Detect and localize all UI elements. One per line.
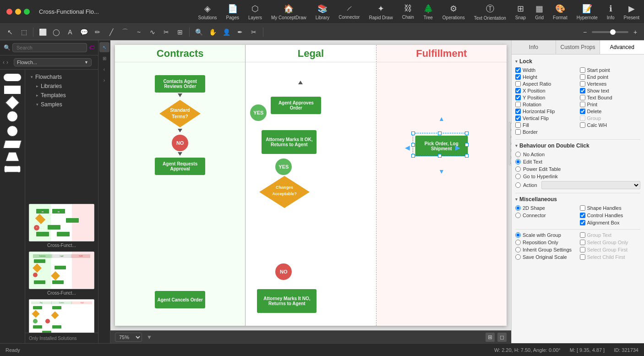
nav-info[interactable]: ℹ Info [602,0,619,23]
tree-item-templates[interactable]: ▸ Templates [25,91,98,100]
fit-view-btn[interactable]: ⊞ [486,333,495,342]
tab-custom-props[interactable]: Custom Props [556,40,600,54]
nav-connector[interactable]: ⟋ Connector [334,0,364,23]
pan-tool[interactable]: ✋ [206,26,219,38]
hyperlink-radio[interactable] [515,174,521,179]
zoom-slider[interactable] [592,31,628,33]
ribbon-shape[interactable] [2,165,22,173]
scale-with-group-radio[interactable] [515,232,521,238]
sidebar-dropdown[interactable]: Flowch... ▼ [14,58,92,66]
nav-hypernote[interactable]: 📝 Hypernote [572,0,602,23]
canvas-scroll-area[interactable]: Contracts Contacts Agent Reviews Order [110,40,511,330]
show-text-checkbox[interactable] [580,88,585,93]
scissor-tool[interactable]: ✂ [247,26,260,38]
no-action-radio[interactable] [515,152,521,157]
close-button[interactable] [6,9,12,15]
tree-item-libraries[interactable]: ▸ Libraries [25,82,98,91]
nav-rapiddraw[interactable]: ✦ Rapid Draw [364,0,397,23]
nav-myconceptdraw[interactable]: 🏠 My ConceptDraw [267,0,311,23]
side-tool-3[interactable]: ⬜ [510,137,511,143]
side-tool-5[interactable]: ↗ [510,151,511,157]
vertexes-checkbox[interactable] [580,81,585,87]
select-tool[interactable]: ↖ [4,26,16,38]
nav-textorientation[interactable]: Ⓣ Text Orientation [469,0,511,23]
nav-forward-icon[interactable]: › [6,59,8,66]
control-handles-checkbox[interactable] [580,213,585,218]
shape-attorney-ok[interactable]: Attorney Marks It OK, Returns to Agent [262,130,317,154]
maximize-button[interactable] [24,9,30,15]
print-checkbox[interactable] [580,102,585,107]
line-tool[interactable]: ╱ [105,26,118,38]
height-checkbox[interactable] [515,74,521,80]
nav-grid[interactable]: ▦ Grid [530,0,548,23]
shape-attorney-no[interactable]: Attorney Marks It NO, Returns to Agent [257,289,317,313]
shape-agent-approves[interactable]: Agent Approves Order [271,97,321,114]
shape-agent-cancels[interactable]: Agent Cancels Order [155,291,205,308]
nav-library[interactable]: 📚 Library [311,0,334,23]
thumbnail-3[interactable]: Prep Confirm Final [29,299,94,333]
select-child-first-checkbox[interactable] [580,254,585,260]
start-point-checkbox[interactable] [580,67,585,73]
width-checkbox[interactable] [515,67,521,73]
aspect-ratio-checkbox[interactable] [515,81,521,87]
end-point-checkbox[interactable] [580,74,585,80]
vertical-flip-checkbox[interactable] [515,115,521,121]
shape-no2[interactable]: NO [275,263,292,280]
shape-handles-checkbox[interactable] [580,205,585,211]
2d-shape-radio[interactable] [515,205,521,211]
rect-shape[interactable] [2,85,22,94]
side-tool-6[interactable]: ↘ [510,158,511,164]
shape-no1[interactable]: NO [172,135,188,151]
calc-wh-checkbox[interactable] [580,122,585,128]
delete-checkbox[interactable] [580,109,585,114]
nav-layers[interactable]: ⬡ Layers [244,0,267,23]
trapezoid-shape[interactable] [2,152,22,161]
zoom-in-button[interactable]: + [630,27,640,37]
tree-item-flowcharts[interactable]: ▾ Flowcharts [25,72,98,82]
wave-tool[interactable]: ∿ [146,26,159,38]
handle-select[interactable]: ↖ [99,42,109,52]
rect-tool[interactable]: ⬜ [36,26,49,38]
action-radio[interactable] [515,182,521,188]
nav-format[interactable]: 🎨 Format [548,0,572,23]
side-tool-1[interactable]: ⬜ [510,123,511,130]
side-tool-4[interactable]: ▭ [510,144,511,150]
inherit-group-radio[interactable] [515,247,521,252]
y-position-checkbox[interactable] [515,95,521,100]
side-tool-2[interactable]: ◇ [510,130,511,137]
search-tool[interactable]: 🔍 [192,26,205,38]
connector-misc-radio[interactable] [515,213,521,218]
x-position-checkbox[interactable] [515,88,521,93]
shape-yes2[interactable]: YES [275,159,292,175]
select-group-only-checkbox[interactable] [580,240,585,245]
rotation-checkbox[interactable] [515,102,521,107]
minimize-button[interactable] [15,9,21,15]
nav-solutions[interactable]: ◈ Solutions [193,0,221,23]
shape-contacts-agent[interactable]: Contacts Agent Reviews Order [155,75,205,93]
nav-operations[interactable]: ⚙ Operations [438,0,469,23]
handle-nav-next[interactable]: › [99,75,109,85]
reposition-only-radio[interactable] [515,240,521,245]
alignment-box-checkbox[interactable] [580,220,585,225]
nav-chain[interactable]: ⛓ Chain [398,0,419,23]
behaviour-header[interactable]: ▾ Behaviour on Double Click [515,142,640,149]
handle-expand[interactable]: ⊞ [99,53,109,63]
power-edit-radio[interactable] [515,166,521,172]
action-select[interactable] [541,181,640,189]
tab-advanced[interactable]: Advanced [600,40,644,54]
save-original-radio[interactable] [515,254,521,260]
parallelogram-shape[interactable] [2,140,22,148]
fill-checkbox[interactable] [515,122,521,128]
misc-header[interactable]: ▾ Miscellaneous [515,196,640,203]
shape-standard-terms[interactable]: Standard Terms? [159,100,201,127]
tab-info[interactable]: Info [512,40,556,54]
pen-tool[interactable]: ✏ [91,26,104,38]
callout-tool[interactable]: 💬 [77,26,90,38]
resize-tool[interactable]: ⬚ [17,26,30,38]
curve-tool[interactable]: ~ [132,26,145,38]
zoom-out-button[interactable]: − [580,27,590,37]
lock-section-header[interactable]: ▾ Lock [515,58,640,65]
text-tool[interactable]: A [64,26,76,38]
nav-back-icon[interactable]: ‹ [3,59,5,66]
draw-tool[interactable]: ✒ [234,26,246,38]
